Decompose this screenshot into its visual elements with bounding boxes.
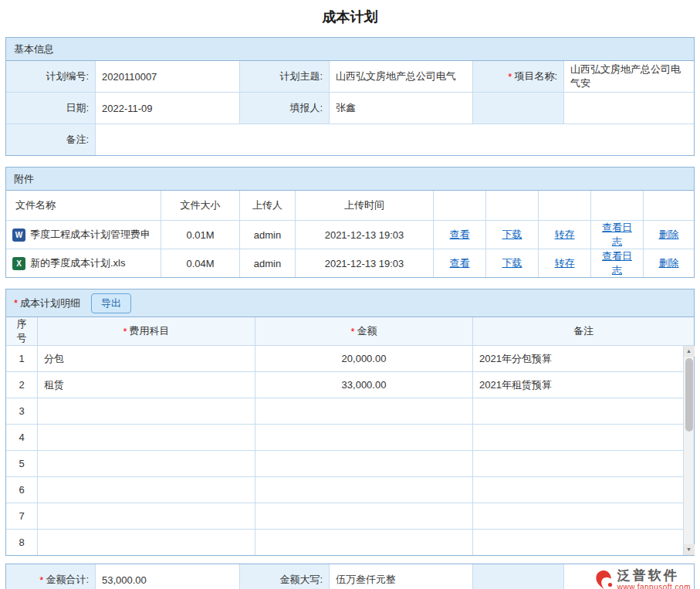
project-name-label-text: 项目名称:	[514, 69, 557, 83]
required-asterisk: *	[39, 574, 43, 586]
reporter-label: 填报人:	[239, 93, 329, 124]
download-link-cell: 下载	[485, 249, 538, 277]
download-link[interactable]: 下载	[502, 228, 522, 242]
scroll-up-arrow-icon[interactable]: ▲	[684, 346, 695, 357]
date-label: 日期:	[6, 93, 95, 124]
col-subject-text: 费用科目	[130, 324, 170, 338]
required-asterisk: *	[508, 71, 512, 83]
remark-cell	[472, 451, 683, 476]
basic-info-section: 基本信息 计划编号: 2020110007 计划主题: 山西弘文房地产总公司电气…	[5, 37, 695, 156]
seq-cell: 4	[6, 425, 37, 450]
subject-cell: 分包	[37, 346, 255, 371]
col-upload-time: 上传时间	[295, 191, 433, 220]
col-action	[643, 191, 694, 220]
view-link[interactable]: 查看	[450, 228, 470, 242]
remark-cell: 2021年租赁预算	[472, 372, 683, 398]
remark-cell	[472, 477, 683, 503]
remark-cell: 2021年分包预算	[472, 346, 683, 371]
file-size: 0.01M	[161, 221, 239, 249]
basic-info-row-1: 计划编号: 2020110007 计划主题: 山西弘文房地产总公司电气 *项目名…	[6, 61, 694, 92]
amount-in-words-label: 金额大写:	[239, 564, 329, 589]
total-amount-value: 53,000.00	[95, 564, 239, 589]
file-name: 季度工程成本计划管理费申	[30, 228, 150, 242]
view-log-link-cell: 查看日志	[590, 221, 643, 249]
view-log-link-cell: 查看日志	[590, 249, 643, 277]
col-amount-text: 金额	[357, 324, 377, 338]
required-asterisk: *	[123, 326, 127, 337]
upload-time: 2021-12-13 19:03	[295, 249, 433, 277]
required-asterisk: *	[14, 297, 18, 309]
subject-cell	[37, 503, 255, 529]
fanpu-logo-text-wrap: 泛普软件 www.fanpusoft.com	[617, 569, 691, 589]
transfer-link-cell: 转存	[538, 221, 590, 249]
col-remark: 备注	[472, 317, 694, 345]
delete-link-cell: 删除	[643, 249, 694, 277]
export-button[interactable]: 导出	[91, 293, 131, 313]
plan-number-label-text: 计划编号:	[46, 69, 89, 83]
col-file-size: 文件大小	[161, 191, 239, 220]
col-action	[485, 191, 538, 220]
amount-cell	[255, 451, 472, 476]
reporter-label-text: 填报人:	[289, 101, 323, 115]
plan-subject-value: 山西弘文房地产总公司电气	[329, 61, 472, 92]
attachment-row: X 新的季度成本计划.xls 0.04M admin 2021-12-13 19…	[6, 249, 694, 277]
basic-info-row-2: 日期: 2022-11-09 填报人: 张鑫	[6, 92, 694, 124]
subject-cell: 租赁	[37, 372, 255, 398]
scroll-down-arrow-icon[interactable]: ▼	[684, 544, 695, 555]
basic-info-row-3: 备注:	[6, 124, 694, 155]
date-value: 2022-11-09	[95, 93, 239, 124]
col-uploader: 上传人	[239, 191, 295, 220]
upload-time: 2021-12-13 19:03	[295, 221, 433, 249]
seq-cell: 5	[6, 451, 37, 476]
details-section-title: 成本计划明细	[20, 296, 80, 310]
reporter-value: 张鑫	[329, 93, 472, 124]
view-log-link[interactable]: 查看日志	[597, 249, 637, 277]
delete-link[interactable]: 删除	[659, 256, 679, 270]
basic-info-section-header: 基本信息	[6, 38, 694, 61]
plan-number-label: 计划编号:	[6, 61, 95, 92]
col-action	[538, 191, 590, 220]
amount-cell	[255, 503, 472, 529]
attachments-section: 附件 文件名称 文件大小 上传人 上传时间 W 季度工程成本计划管理费申 0.0…	[5, 167, 695, 278]
total-amount-label-text: 金额合计:	[46, 573, 89, 587]
col-amount: *金额	[255, 317, 472, 345]
empty-footer-cell	[472, 564, 563, 589]
fanpu-logo-url: www.fanpusoft.com	[617, 583, 691, 589]
view-link[interactable]: 查看	[450, 256, 470, 270]
remark-label: 备注:	[6, 124, 95, 155]
transfer-link-cell: 转存	[538, 249, 590, 277]
file-name: 新的季度成本计划.xls	[30, 256, 126, 270]
transfer-link[interactable]: 转存	[555, 228, 575, 242]
seq-cell: 7	[6, 503, 37, 529]
col-subject: *费用科目	[37, 317, 255, 345]
remark-cell	[472, 398, 683, 424]
subject-cell	[37, 451, 255, 476]
vertical-scrollbar[interactable]: ▲ ▼	[683, 346, 694, 555]
col-action	[433, 191, 485, 220]
attachments-table-header: 文件名称 文件大小 上传人 上传时间	[6, 191, 694, 221]
detail-row: 3	[6, 398, 683, 424]
project-name-value: 山西弘文房地产总公司电气安	[563, 61, 694, 92]
plan-number-value: 2020110007	[95, 61, 239, 92]
empty-value-cell	[563, 93, 694, 124]
transfer-link[interactable]: 转存	[555, 256, 575, 270]
delete-link[interactable]: 删除	[659, 228, 679, 242]
attachments-section-header: 附件	[6, 168, 694, 191]
logo-cell: 泛普软件 www.fanpusoft.com	[563, 564, 694, 589]
page-title: 成本计划	[5, 8, 695, 26]
amount-cell	[255, 398, 472, 424]
view-log-link[interactable]: 查看日志	[597, 221, 637, 249]
amount-cell	[255, 477, 472, 503]
detail-row: 2 租赁 33,000.00 2021年租赁预算	[6, 371, 683, 398]
fanpu-logo-text: 泛普软件	[617, 569, 691, 583]
seq-cell: 6	[6, 477, 37, 503]
amount-cell: 33,000.00	[255, 372, 472, 398]
file-name-cell: X 新的季度成本计划.xls	[6, 249, 161, 277]
details-section-header: * 成本计划明细 导出	[6, 289, 694, 317]
detail-row: 7	[6, 503, 683, 529]
scrollbar-thumb[interactable]	[685, 358, 693, 432]
excel-file-icon: X	[12, 257, 25, 270]
download-link[interactable]: 下载	[502, 256, 522, 270]
seq-cell: 3	[6, 398, 37, 424]
uploader: admin	[239, 221, 295, 249]
